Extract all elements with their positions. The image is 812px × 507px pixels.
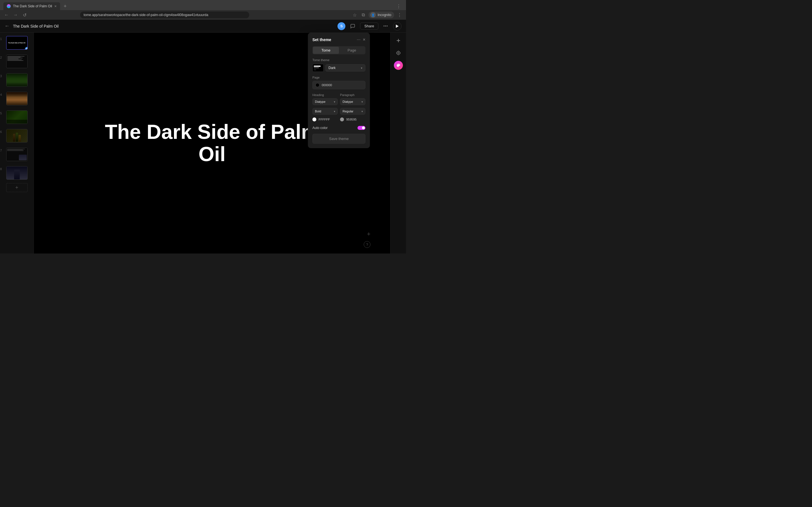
tab-close-btn[interactable]: × (54, 4, 57, 8)
paragraph-color-dot (340, 117, 344, 121)
slide-item-4[interactable]: 4 (4, 92, 30, 105)
theme-panel: Set theme ··· × Tome Page Tome theme Dar… (308, 33, 370, 148)
preview-body (314, 67, 319, 68)
incognito-label: Incognito (377, 13, 391, 17)
slide-1-preview-text: The Dark Side of Palm Oil (8, 42, 26, 44)
svg-point-2 (398, 52, 399, 54)
dropdown-arrow-icon: ▾ (361, 66, 362, 69)
theme-panel-dots[interactable]: ··· (357, 37, 360, 42)
paragraph-weight-arrow: ▾ (361, 110, 363, 113)
save-theme-btn[interactable]: Save theme (312, 134, 365, 144)
paragraph-font-dropdown[interactable]: Diatype ▾ (340, 98, 365, 105)
nav-reload-btn[interactable]: ↺ (21, 12, 28, 18)
slide-item-5[interactable]: 5 (4, 110, 30, 124)
add-corner-btn[interactable]: + (367, 230, 370, 238)
paragraph-font-value: Diatype (343, 100, 353, 103)
page-color-row[interactable]: 000000 (312, 81, 365, 89)
heading-weight-arrow: ▾ (334, 110, 335, 113)
theme-panel-close-btn[interactable]: × (363, 37, 365, 42)
browser-more-btn[interactable]: ⋮ (396, 12, 403, 18)
auto-color-toggle[interactable] (357, 126, 365, 130)
page-section: Page 000000 (312, 76, 365, 89)
tab-title: The Dark Side of Palm Oil (13, 4, 52, 8)
toolbar-more-btn[interactable]: ••• (382, 22, 390, 30)
paragraph-weight-dropdown[interactable]: Regular ▾ (340, 108, 365, 115)
slide-main-title: The Dark Side of Palm Oil (99, 121, 325, 165)
new-tab-btn[interactable]: + (61, 2, 69, 10)
slide-thumb-1[interactable]: The Dark Side of Palm Oil S (6, 36, 28, 50)
theme-dropdown-row: Dark Dark ▾ (312, 64, 365, 72)
theme-panel-actions: ··· × (357, 37, 365, 42)
right-panel (390, 33, 406, 253)
theme-panel-btn[interactable] (394, 61, 403, 70)
slide-thumb-2[interactable] (6, 55, 28, 68)
heading-weight-value: Bold (315, 110, 321, 113)
slide-item-1[interactable]: 1 The Dark Side of Palm Oil S (4, 36, 30, 50)
incognito-avatar: 👤 (370, 12, 376, 18)
slide-item-7[interactable]: 7 (4, 148, 30, 161)
tab-more-btn[interactable]: ⋮ (395, 2, 403, 10)
slide-thumb-8[interactable] (6, 166, 28, 180)
slide-thumb-3[interactable] (6, 73, 28, 87)
font-section: Heading Diatype ▾ Paragraph Diatype ▾ (312, 93, 365, 105)
app-toolbar: ← The Dark Side of Palm Oil S Share ••• (0, 20, 406, 33)
document-title: The Dark Side of Palm Oil (13, 24, 59, 29)
slide-thumb-5[interactable] (6, 110, 28, 124)
comments-btn[interactable] (349, 22, 357, 30)
theme-panel-header: Set theme ··· × (312, 37, 365, 42)
paragraph-label: Paragraph (340, 93, 365, 97)
help-btn[interactable]: ? (364, 241, 370, 248)
share-button[interactable]: Share (360, 22, 378, 30)
address-bar: ← → ↺ ☆ ⧉ 👤 Incognito ⋮ (0, 10, 406, 20)
incognito-btn[interactable]: 👤 Incognito (368, 11, 394, 18)
target-panel-btn[interactable] (394, 48, 403, 57)
heading-color-row: FFFFFF (312, 117, 338, 121)
url-input[interactable] (80, 11, 249, 18)
toolbar-back-btn[interactable]: ← (4, 23, 10, 29)
browser-tab-active[interactable]: The Dark Side of Palm Oil × (3, 2, 60, 10)
svg-marker-0 (396, 24, 399, 28)
heading-color-dot (312, 117, 316, 121)
svg-point-1 (397, 51, 400, 55)
paragraph-weight-value: Regular (343, 110, 354, 113)
paragraph-arrow: ▾ (361, 100, 363, 103)
slide-item-6[interactable]: 6 (4, 129, 30, 143)
slide-item-3[interactable]: 3 (4, 73, 30, 87)
bottom-right-controls: + ? (364, 230, 370, 248)
main-layout: 1 The Dark Side of Palm Oil S 2 (0, 33, 406, 253)
tab-page[interactable]: Page (339, 47, 365, 54)
slide-thumb-4[interactable] (6, 92, 28, 105)
slide-1-avatar: S (24, 47, 28, 50)
paragraph-color-row: 959595 (340, 117, 365, 121)
preview-title (314, 66, 320, 67)
slide-item-2[interactable]: 2 (4, 55, 30, 68)
play-button[interactable] (393, 22, 402, 31)
page-color-dot (315, 83, 319, 87)
nav-back-btn[interactable]: ← (3, 12, 10, 17)
add-panel-btn[interactable] (394, 36, 403, 45)
heading-color-value: FFFFFF (319, 118, 330, 121)
star-btn[interactable]: ☆ (352, 12, 358, 18)
theme-style-dropdown[interactable]: Dark ▾ (325, 64, 365, 71)
auto-color-label: Auto color (312, 126, 327, 130)
weight-section: Bold ▾ Regular ▾ (312, 108, 365, 115)
auto-color-row: Auto color (312, 126, 365, 130)
heading-font-dropdown[interactable]: Diatype ▾ (312, 98, 338, 105)
paragraph-color-value: 959595 (346, 118, 357, 121)
slide-thumb-7[interactable] (6, 148, 28, 161)
slide-item-8[interactable]: 8 (4, 166, 30, 180)
theme-style-value: Dark (328, 66, 336, 70)
heading-arrow: ▾ (334, 100, 335, 103)
add-slide-btn[interactable]: + (6, 183, 28, 192)
page-label: Page (312, 76, 365, 79)
heading-weight-dropdown[interactable]: Bold ▾ (312, 108, 338, 115)
tab-tome[interactable]: Tome (313, 47, 339, 54)
preview-label: Dark (314, 69, 316, 70)
tab-icon-btn[interactable]: ⧉ (360, 12, 366, 17)
theme-tabs: Tome Page (312, 46, 365, 54)
nav-forward-btn[interactable]: → (12, 12, 18, 17)
tab-favicon (7, 4, 11, 8)
slide-thumb-6[interactable] (6, 129, 28, 143)
tab-bar: The Dark Side of Palm Oil × + ⋮ (0, 0, 406, 10)
user-avatar[interactable]: S (338, 22, 345, 30)
